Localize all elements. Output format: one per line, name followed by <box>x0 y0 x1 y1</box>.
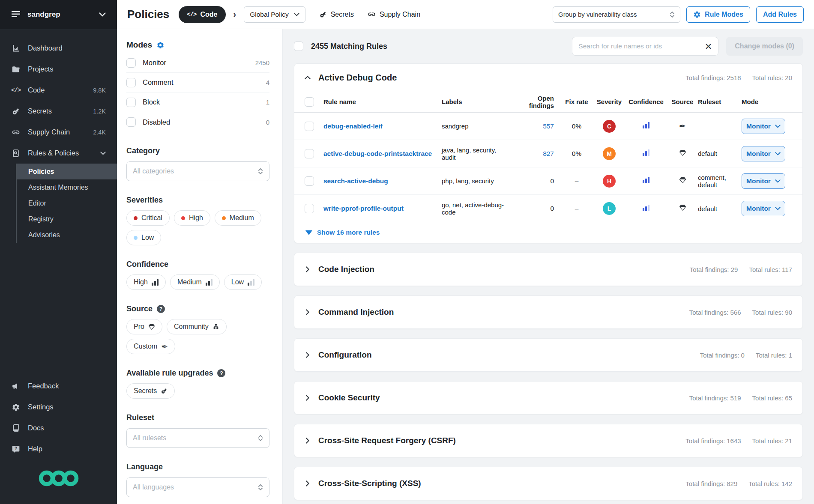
section-header[interactable]: Configuration Total findings: 0Total rul… <box>294 339 802 371</box>
sidebar-item-feedback[interactable]: Feedback <box>0 376 117 397</box>
section-header[interactable]: Cross-Site-Scripting (XSS) Total finding… <box>294 467 802 500</box>
low-dot-icon <box>134 236 138 240</box>
upgrade-chip-secrets[interactable]: Secrets <box>126 383 175 399</box>
product-tab-secrets[interactable]: Secrets <box>319 11 354 18</box>
severity-chip-high[interactable]: High <box>174 210 210 226</box>
severity-chip-medium[interactable]: Medium <box>215 210 261 226</box>
help-icon[interactable]: ? <box>157 305 165 313</box>
row-checkbox[interactable] <box>305 176 314 186</box>
ruleset-select[interactable]: All rulesets <box>126 428 269 448</box>
section-header[interactable]: Active Debug Code Total findings: 2518 T… <box>294 64 802 91</box>
checkbox[interactable] <box>126 58 136 68</box>
rule-search: ✕ <box>572 37 718 56</box>
rule-modes-button[interactable]: Rule Modes <box>686 6 750 23</box>
mode-dropdown[interactable]: Monitor <box>742 119 785 134</box>
col-mode: Mode <box>742 98 792 105</box>
confidence-chip-high[interactable]: High <box>126 274 166 290</box>
source-chip-community[interactable]: Community <box>167 319 227 334</box>
org-switcher[interactable]: sandgrep <box>0 0 117 29</box>
clear-search-icon[interactable]: ✕ <box>705 42 712 51</box>
category-select[interactable]: All categories <box>126 161 269 181</box>
mode-filter-disabled[interactable]: Disabled 0 <box>126 112 269 132</box>
table-row: debug-enabled-leif sandgrep 557 0% C ✒ M… <box>294 113 802 140</box>
code-icon: </> <box>11 86 21 95</box>
col-labels: Labels <box>442 98 514 105</box>
checkbox[interactable] <box>126 117 136 127</box>
sidebar-item-code[interactable]: </> Code 9.8K <box>0 80 117 101</box>
severity-chip-low[interactable]: Low <box>126 230 161 245</box>
chevron-right-icon <box>305 395 311 401</box>
row-checkbox[interactable] <box>305 149 314 158</box>
policy-dropdown[interactable]: Global Policy <box>244 6 305 23</box>
open-findings-link[interactable]: 827 <box>543 150 554 157</box>
rule-name-link[interactable]: active-debug-code-printstacktrace <box>323 150 442 158</box>
sidebar-item-label: Settings <box>28 403 54 411</box>
rule-doc-icon <box>11 149 21 158</box>
confidence-chip-low[interactable]: Low <box>224 274 262 290</box>
section-header[interactable]: Cookie Security Total findings: 519Total… <box>294 382 802 414</box>
search-input[interactable] <box>578 42 700 50</box>
severity-chip-critical[interactable]: Critical <box>126 210 170 226</box>
section-header[interactable]: Command Injection Total findings: 566Tot… <box>294 296 802 328</box>
confidence-medium-icon <box>643 149 649 156</box>
sidebar-item-projects[interactable]: Projects <box>0 59 117 80</box>
language-select[interactable]: All languages <box>126 477 269 497</box>
source-chip-pro[interactable]: Pro <box>126 319 162 334</box>
row-checkbox[interactable] <box>305 122 314 131</box>
col-rule-name: Rule name <box>323 98 442 105</box>
sidebar-item-secrets[interactable]: Secrets 1.2K <box>0 101 117 122</box>
sidebar-item-docs[interactable]: Docs <box>0 418 117 438</box>
section-header[interactable]: Code Injection Total findings: 29Total r… <box>294 253 802 286</box>
section-title: Command Injection <box>318 307 394 317</box>
sidebar-item-help[interactable]: ? Help <box>0 438 117 459</box>
checkbox[interactable] <box>126 98 136 107</box>
sidebar-item-editor[interactable]: Editor <box>17 195 117 211</box>
sidebar-item-advisories[interactable]: Advisories <box>17 227 117 243</box>
mode-filter-comment[interactable]: Comment 4 <box>126 73 269 92</box>
gear-icon[interactable] <box>156 41 165 49</box>
mode-filter-monitor[interactable]: Monitor 2450 <box>126 53 269 73</box>
mode-dropdown[interactable]: Monitor <box>742 173 785 189</box>
product-tab-supply-chain[interactable]: Supply Chain <box>368 10 420 18</box>
sidebar-item-policies[interactable]: Policies <box>17 164 117 179</box>
source-chip-custom[interactable]: Custom ✒ <box>126 339 175 354</box>
sidebar-item-label: Docs <box>28 424 44 432</box>
hamburger-menu-icon[interactable] <box>11 11 21 18</box>
chip-label: Medium <box>230 214 254 222</box>
total-rules: Total rules: 21 <box>752 437 792 444</box>
sidebar-item-label: Help <box>28 445 42 453</box>
gem-icon <box>148 324 155 330</box>
rule-name-link[interactable]: write-pprof-profile-output <box>323 205 442 212</box>
group-by-select[interactable]: Group by vulnerability class <box>553 6 680 23</box>
sidebar-item-rules-policies[interactable]: Rules & Policies <box>0 143 117 164</box>
add-rules-button[interactable]: Add Rules <box>756 6 804 23</box>
org-name: sandgrep <box>27 10 92 19</box>
sidebar-item-registry[interactable]: Registry <box>17 211 117 227</box>
select-all-checkbox[interactable] <box>294 42 303 51</box>
bars-high-icon <box>152 279 159 286</box>
section-select-checkbox[interactable] <box>305 97 314 107</box>
mode-dropdown[interactable]: Monitor <box>742 201 785 216</box>
help-icon[interactable]: ? <box>217 369 225 377</box>
count-badge: 1.2K <box>93 108 106 115</box>
sidebar-item-settings[interactable]: Settings <box>0 397 117 418</box>
filter-panel: Modes Monitor 2450 Comment 4 <box>117 29 283 504</box>
sidebar-item-label: Dashboard <box>28 44 63 52</box>
rule-name-link[interactable]: search-active-debug <box>323 177 442 185</box>
product-tab-code[interactable]: </> Code <box>179 6 225 23</box>
checkbox[interactable] <box>126 78 136 87</box>
change-modes-button[interactable]: Change modes (0) <box>726 37 803 56</box>
sidebar-item-dashboard[interactable]: Dashboard <box>0 38 117 59</box>
confidence-chip-medium[interactable]: Medium <box>170 274 220 290</box>
mode-dropdown[interactable]: Monitor <box>742 146 785 161</box>
sidebar-item-label: Code <box>28 86 45 94</box>
sidebar-item-supply-chain[interactable]: Supply Chain 2.4K <box>0 122 117 143</box>
section-header[interactable]: Cross-Site Request Forgery (CSRF) Total … <box>294 424 802 457</box>
open-findings-link[interactable]: 557 <box>543 122 554 130</box>
code-icon: </> <box>187 11 196 18</box>
mode-filter-block[interactable]: Block 1 <box>126 92 269 112</box>
show-more-rules-link[interactable]: Show 16 more rules <box>294 222 802 243</box>
sidebar-item-assistant-memories[interactable]: Assistant Memories <box>17 179 117 195</box>
rule-name-link[interactable]: debug-enabled-leif <box>323 122 442 130</box>
row-checkbox[interactable] <box>305 204 314 213</box>
